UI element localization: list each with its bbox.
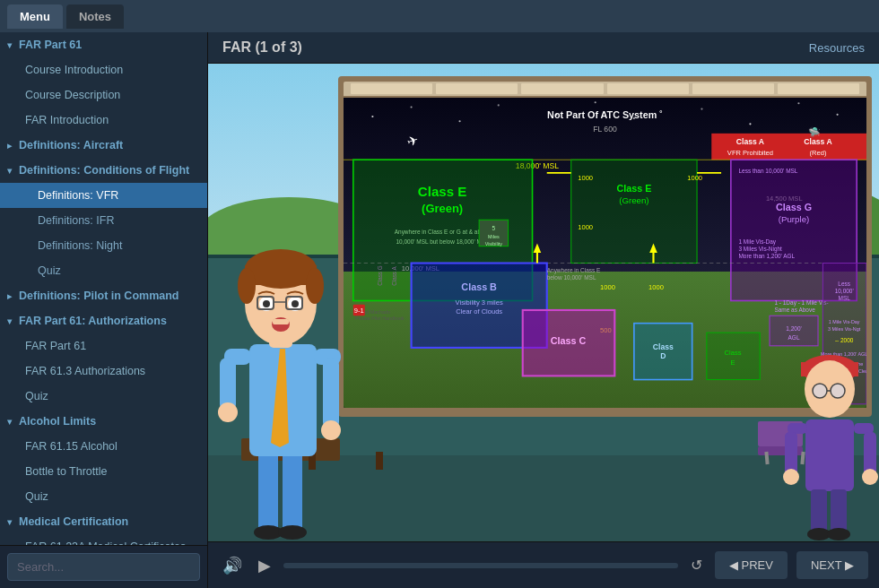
svg-text:(Red): (Red) bbox=[810, 149, 827, 157]
svg-point-111 bbox=[306, 268, 324, 304]
svg-text:Class B: Class B bbox=[461, 281, 497, 292]
svg-text:Visibility 3 miles: Visibility 3 miles bbox=[456, 298, 503, 307]
svg-text:(Green): (Green) bbox=[422, 202, 463, 215]
sidebar-item-far-6123a[interactable]: FAR 61.23A Medical Certificates bbox=[0, 534, 207, 545]
content-header: FAR (1 of 3) Resources bbox=[208, 32, 879, 64]
svg-rect-120 bbox=[273, 319, 289, 324]
sidebar-section-label: FAR Part 61 bbox=[19, 39, 82, 51]
svg-text:Class: Class bbox=[653, 342, 674, 351]
tab-menu[interactable]: Menu bbox=[7, 4, 63, 29]
svg-text:1 - 1Day - 1 Mile Vis-: 1 - 1Day - 1 Mile Vis- bbox=[774, 299, 828, 307]
svg-point-105 bbox=[321, 420, 341, 440]
sidebar-section-definitions-aircraft[interactable]: ▸Definitions: Aircraft bbox=[0, 133, 207, 158]
svg-text:5: 5 bbox=[492, 225, 496, 231]
sidebar-section-far-part-61-auth[interactable]: ▾FAR Part 61: Authorizations bbox=[0, 308, 207, 333]
svg-point-137 bbox=[827, 528, 850, 540]
svg-text:Class E: Class E bbox=[418, 185, 467, 199]
sidebar-scroll[interactable]: ▾FAR Part 61Course IntroductionCourse De… bbox=[0, 32, 207, 545]
volume-button[interactable]: 🔊 bbox=[219, 552, 246, 579]
svg-text:Same as Above: Same as Above bbox=[774, 307, 815, 313]
sidebar-section-medical-cert[interactable]: ▾Medical Certification bbox=[0, 509, 207, 534]
whiteboard-top bbox=[344, 82, 866, 96]
chevron-down-icon: ▾ bbox=[7, 517, 12, 527]
chevron-down-icon: ▾ bbox=[7, 417, 12, 427]
svg-text:Class E: Class E bbox=[616, 183, 651, 194]
svg-text:E: E bbox=[730, 359, 735, 367]
svg-text:Class A: Class A bbox=[736, 138, 764, 147]
sidebar-item-def-ifr[interactable]: Definitions: IFR bbox=[0, 208, 207, 233]
svg-point-132 bbox=[783, 469, 799, 485]
svg-text:-- 2000: -- 2000 bbox=[835, 337, 854, 343]
svg-text:3 Miles Vis-Night: 3 Miles Vis-Night bbox=[738, 246, 782, 253]
svg-text:Private Pilot Handbook: Private Pilot Handbook bbox=[355, 316, 405, 322]
desk-leg-right bbox=[376, 452, 383, 470]
chevron-right-icon: ▸ bbox=[7, 291, 12, 301]
svg-point-118 bbox=[292, 300, 299, 307]
sidebar-item-far-6115[interactable]: FAR 61.15 Alcohol bbox=[0, 434, 207, 459]
sidebar-item-far-613[interactable]: FAR 61.3 Authorizations bbox=[0, 359, 207, 384]
svg-text:(Green): (Green) bbox=[619, 196, 648, 206]
sidebar-section-definitions-pilot[interactable]: ▸Definitions: Pilot in Command bbox=[0, 283, 207, 308]
sidebar-section-definitions-conditions[interactable]: ▾Definitions: Conditions of Flight bbox=[0, 158, 207, 183]
sidebar-item-def-night[interactable]: Definitions: Night bbox=[0, 233, 207, 258]
svg-text:MSL: MSL bbox=[839, 296, 851, 302]
page-title: FAR (1 of 3) bbox=[222, 39, 302, 56]
svg-text:1 Mile Vis-Day: 1 Mile Vis-Day bbox=[829, 319, 860, 324]
svg-point-125 bbox=[831, 384, 845, 398]
svg-text:(Purple): (Purple) bbox=[779, 215, 810, 225]
refresh-button[interactable]: ↺ bbox=[687, 553, 706, 577]
svg-point-123 bbox=[805, 360, 855, 418]
scene: Not Part Of ATC System ˚ FL 600 Class A … bbox=[208, 64, 879, 541]
svg-text:1,200': 1,200' bbox=[786, 325, 801, 332]
sidebar-item-far-intro[interactable]: FAR Introduction bbox=[0, 108, 207, 133]
sidebar-section-far-part-61[interactable]: ▾FAR Part 61 bbox=[0, 32, 207, 57]
sidebar-section-label: Alcohol Limits bbox=[19, 415, 96, 428]
svg-point-3 bbox=[371, 116, 373, 117]
svg-text:3 Miles Vis-Ngt: 3 Miles Vis-Ngt bbox=[828, 326, 861, 332]
svg-text:D: D bbox=[660, 352, 666, 361]
svg-text:FL 600: FL 600 bbox=[593, 125, 617, 134]
sidebar-item-quiz2[interactable]: Quiz bbox=[0, 384, 207, 409]
sidebar-item-far-61[interactable]: FAR Part 61 bbox=[0, 333, 207, 359]
search-input[interactable] bbox=[7, 553, 200, 581]
controls-bar: 🔊 ▶ ↺ ◀ PREV NEXT ▶ bbox=[208, 541, 879, 588]
progress-bar[interactable] bbox=[283, 563, 678, 568]
teacher-character bbox=[215, 183, 345, 541]
sidebar-item-course-intro[interactable]: Course Introduction bbox=[0, 57, 207, 82]
svg-point-6 bbox=[498, 104, 500, 106]
sidebar-section-alcohol-limits[interactable]: ▾Alcohol Limits bbox=[0, 409, 207, 434]
chevron-down-icon: ▾ bbox=[7, 166, 12, 176]
svg-rect-94 bbox=[258, 452, 278, 532]
svg-text:Class C: Class C bbox=[551, 335, 587, 346]
svg-point-11 bbox=[749, 123, 751, 125]
sidebar-item-quiz1[interactable]: Quiz bbox=[0, 258, 207, 283]
play-button[interactable]: ▶ bbox=[255, 552, 274, 579]
sidebar-item-quiz3[interactable]: Quiz bbox=[0, 484, 207, 509]
svg-text:Class G: Class G bbox=[776, 202, 812, 212]
svg-text:VFR Prohibited: VFR Prohibited bbox=[727, 149, 773, 157]
sidebar-item-course-desc[interactable]: Course Description bbox=[0, 82, 207, 108]
svg-text:Class G: Class G bbox=[377, 265, 383, 285]
svg-text:1 Mile Vis-Day: 1 Mile Vis-Day bbox=[738, 238, 776, 246]
svg-rect-127 bbox=[805, 419, 854, 491]
tab-notes[interactable]: Notes bbox=[66, 4, 124, 29]
svg-point-97 bbox=[278, 525, 307, 540]
svg-rect-103 bbox=[323, 358, 339, 429]
resources-button[interactable]: Resources bbox=[809, 41, 865, 55]
svg-rect-134 bbox=[811, 489, 827, 534]
sidebar-item-bottle-throttle[interactable]: Bottle to Throttle bbox=[0, 459, 207, 484]
prev-button[interactable]: ◀ PREV bbox=[715, 551, 788, 579]
content-area: FAR (1 of 3) Resources bbox=[208, 32, 879, 588]
svg-point-133 bbox=[862, 469, 878, 485]
svg-text:10,000' MSL but below 18,000' : 10,000' MSL but below 18,000' MSL bbox=[396, 238, 489, 245]
svg-text:1000: 1000 bbox=[687, 174, 702, 182]
svg-text:Not Part Of ATC System ˚: Not Part Of ATC System ˚ bbox=[547, 109, 663, 120]
next-button[interactable]: NEXT ▶ bbox=[796, 551, 868, 579]
svg-text:1000: 1000 bbox=[578, 223, 593, 231]
svg-rect-95 bbox=[283, 452, 302, 532]
chevron-down-icon: ▾ bbox=[7, 316, 12, 326]
svg-text:More than 1,200' AGL: More than 1,200' AGL bbox=[738, 253, 795, 259]
sidebar-item-def-vfr[interactable]: Definitions: VFR bbox=[0, 183, 207, 208]
svg-point-13 bbox=[837, 114, 839, 116]
svg-point-124 bbox=[813, 384, 827, 398]
